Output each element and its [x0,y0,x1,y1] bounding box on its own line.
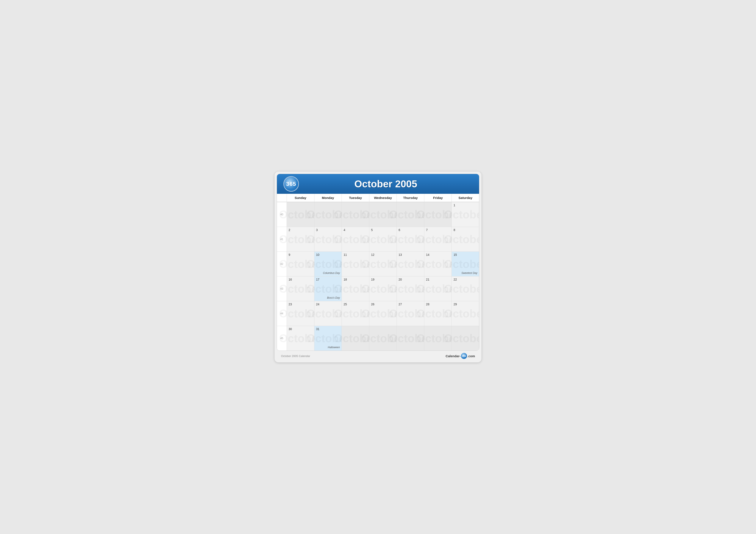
day-number: 5 [371,228,395,232]
calendar-title: October 2005 [299,178,472,190]
day-number: 4 [343,228,367,232]
day-number: 17 [316,278,340,281]
day-number: 27 [398,302,422,306]
cal-cell-26[interactable]: 26October [369,301,397,326]
cal-cell-empty-0-3[interactable]: October [369,202,397,227]
cal-cell-16[interactable]: 16October [286,276,314,301]
day-number: 25 [343,302,367,306]
day-number: 20 [398,278,422,281]
cal-cell-27[interactable]: 27October [396,301,424,326]
cal-cell-5[interactable]: 5October [369,227,397,251]
day-number: 18 [343,278,367,281]
cal-cell-22[interactable]: 22October [451,276,479,301]
week-number-43: 43 [277,276,286,301]
holiday-label: Halloween [328,346,340,349]
day-header-saturday: Saturday [451,194,479,202]
day-number: 3 [316,228,340,232]
calendar-body: 40OctoberOctoberOctoberOctoberOctoberOct… [277,202,479,350]
day-headers-row: SundayMondayTuesdayWednesdayThursdayFrid… [277,194,479,202]
cal-cell-7[interactable]: 7October [424,227,452,251]
cal-cell-28[interactable]: 28October [424,301,452,326]
day-number: 26 [371,302,395,306]
day-number: 10 [316,253,340,256]
cal-cell-24[interactable]: 24October [314,301,342,326]
day-number: 2 [288,228,312,232]
day-header-wednesday: Wednesday [369,194,397,202]
day-number: 16 [288,278,312,281]
day-number: 15 [453,253,477,256]
day-number: 12 [371,253,395,256]
calendar-footer: October 2005 Calendar Calendar- 365 .com [277,351,479,360]
cal-cell-19[interactable]: 19October [369,276,397,301]
day-number: 13 [398,253,422,256]
cal-cell-29[interactable]: 29October [451,301,479,326]
day-number: 19 [371,278,395,281]
cal-cell-empty-0-4[interactable]: October [396,202,424,227]
footer-right: Calendar- 365 .com [446,353,475,359]
day-number: 28 [426,302,450,306]
day-number: 6 [398,228,422,232]
footer-logo: 365 [461,353,467,359]
cal-cell-4[interactable]: 4October [341,227,369,251]
footer-right-suffix: .com [468,354,475,358]
cal-cell-empty-0-0[interactable]: October [286,202,314,227]
week-number-42: 42 [277,251,286,276]
cal-cell-21[interactable]: 21October [424,276,452,301]
week-number-40: 40 [277,202,286,227]
cal-cell-11[interactable]: 11October [341,251,369,276]
day-number: 1 [453,203,477,207]
cal-cell-23[interactable]: 23October [286,301,314,326]
cal-cell-17[interactable]: 17OctoberBoss's Day [314,276,342,301]
cal-cell-6[interactable]: 6October [396,227,424,251]
cal-cell-empty-0-2[interactable]: October [341,202,369,227]
day-header-tuesday: Tuesday [341,194,369,202]
cal-cell-10[interactable]: 10OctoberColumbus Day [314,251,342,276]
cal-cell-18[interactable]: 18October [341,276,369,301]
cal-cell-30[interactable]: 30October [286,326,314,350]
cal-cell-14[interactable]: 14October [424,251,452,276]
holiday-label: Boss's Day [327,296,340,299]
holiday-label: Sweetest Day [461,271,477,274]
cal-cell-2[interactable]: 2October [286,227,314,251]
cal-cell-empty-5-6[interactable]: October [451,326,479,350]
logo-circle: 365 [284,176,299,191]
cal-cell-empty-5-5[interactable]: October [424,326,452,350]
calendar-container: 365 October 2005 SundayMondayTuesdayWedn… [277,174,479,351]
page-wrapper: 365 October 2005 SundayMondayTuesdayWedn… [275,172,481,362]
day-number: 11 [343,253,367,256]
week-number-44: 44 [277,301,286,326]
day-header-thursday: Thursday [396,194,424,202]
week-number-45: 45 [277,326,286,350]
cal-cell-empty-5-4[interactable]: October [396,326,424,350]
day-number: 7 [426,228,450,232]
day-number: 29 [453,302,477,306]
cal-cell-9[interactable]: 9October [286,251,314,276]
day-number: 22 [453,278,477,281]
cal-cell-15[interactable]: 15OctoberSweetest Day [451,251,479,276]
cal-cell-empty-5-2[interactable]: October [341,326,369,350]
cal-cell-empty-0-1[interactable]: October [314,202,342,227]
footer-left-text: October 2005 Calendar [281,354,310,358]
cal-cell-empty-5-3[interactable]: October [369,326,397,350]
day-number: 23 [288,302,312,306]
cal-cell-3[interactable]: 3October [314,227,342,251]
day-number: 14 [426,253,450,256]
cal-cell-31[interactable]: 31OctoberHalloween [314,326,342,350]
week-num-header [277,194,286,202]
cal-cell-25[interactable]: 25October [341,301,369,326]
cal-cell-20[interactable]: 20October [396,276,424,301]
day-number: 30 [288,327,312,331]
day-header-friday: Friday [424,194,452,202]
day-number: 9 [288,253,312,256]
calendar-header: 365 October 2005 [277,174,479,194]
cal-cell-12[interactable]: 12October [369,251,397,276]
cal-cell-1[interactable]: 1October [451,202,479,227]
cal-cell-8[interactable]: 8October [451,227,479,251]
week-number-41: 41 [277,227,286,251]
day-number: 31 [316,327,340,331]
cal-cell-empty-0-5[interactable]: October [424,202,452,227]
cal-cell-13[interactable]: 13October [396,251,424,276]
day-header-sunday: Sunday [286,194,314,202]
footer-right-prefix: Calendar- [446,354,461,358]
logo-text: 365 [286,181,296,187]
